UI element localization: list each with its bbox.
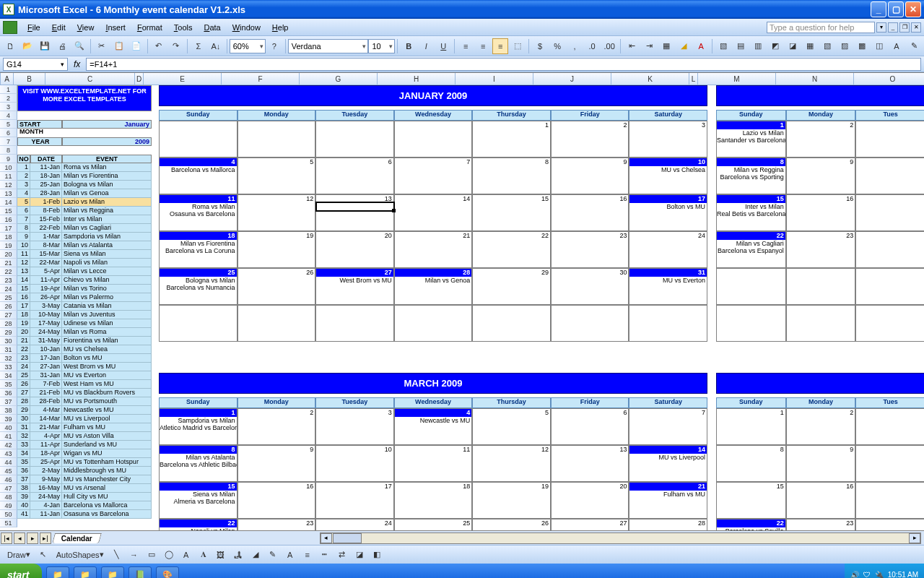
row-header[interactable]: 41	[0, 432, 17, 441]
calendar-day-cell[interactable]: 16	[551, 194, 629, 231]
new-button[interactable]: 🗋	[2, 38, 18, 54]
taskbar-item[interactable]: 📁	[101, 566, 124, 579]
calendar-day-cell[interactable]	[855, 408, 924, 445]
oval-button[interactable]: ◯	[161, 547, 177, 563]
extra-button4[interactable]: ◩	[767, 38, 783, 54]
calendar-day-cell[interactable]: 2	[786, 121, 856, 158]
row-header[interactable]: 25	[0, 293, 17, 302]
doc-close-button[interactable]: ✕	[911, 22, 921, 33]
col-header-K[interactable]: K	[611, 73, 689, 85]
calendar-day-cell[interactable]	[629, 305, 707, 342]
extra-button[interactable]: ▧	[715, 38, 731, 54]
calendar-day-cell[interactable]: 25Bologna vs MilanBarcelona vs Numancia	[159, 268, 237, 305]
calendar-day-cell[interactable]: 8	[716, 445, 786, 482]
row-header[interactable]: 9	[0, 155, 17, 163]
currency-button[interactable]: $	[532, 38, 548, 54]
calendar-day-cell[interactable]: 12	[472, 445, 551, 482]
event-row[interactable]: 2210-JanMU vs Chelsea	[17, 345, 152, 354]
calendar-day-cell[interactable]: 27	[551, 519, 629, 530]
event-row[interactable]: 325-JanBologna vs Milan	[17, 181, 152, 189]
event-row[interactable]: 715-FebInter vs Milan	[17, 215, 152, 224]
row-header[interactable]: 11	[0, 172, 17, 181]
row-header[interactable]: 28	[0, 319, 17, 328]
calendar-day-cell[interactable]: 18Milan vs FiorentinaBarcelona vs La Cor…	[159, 231, 237, 268]
fillcolor-button[interactable]: ◢	[248, 547, 263, 563]
event-row[interactable]: 2531-JanMU vs Everton	[17, 371, 152, 380]
copy-button[interactable]: 📋	[111, 38, 127, 54]
calendar-day-cell[interactable]: 8Milan vs RegginaBarcelona vs Sporting	[716, 158, 786, 194]
percent-button[interactable]: %	[549, 38, 565, 54]
calendar-day-cell[interactable]: 23	[551, 231, 629, 268]
fontcolor-button[interactable]: A	[282, 547, 298, 563]
event-row[interactable]: 1519-AprMilan vs Torino	[17, 285, 152, 293]
row-header[interactable]: 24	[0, 285, 17, 293]
row-header[interactable]: 20	[0, 250, 17, 259]
calendar-day-cell[interactable]	[237, 305, 316, 342]
increase-decimal-button[interactable]: .0	[584, 38, 600, 54]
row-header[interactable]: 44	[0, 458, 17, 467]
dashstyle-button[interactable]: ┅	[317, 547, 333, 563]
calendar-day-cell[interactable]	[237, 121, 316, 158]
indent-left-button[interactable]: ⇤	[624, 38, 640, 54]
calendar-day-cell[interactable]: 13	[551, 445, 629, 482]
close-button[interactable]: ✕	[905, 1, 921, 17]
calendar-day-cell[interactable]	[551, 305, 629, 342]
row-header[interactable]: 10	[0, 163, 17, 172]
row-header[interactable]: 36	[0, 389, 17, 397]
row-header[interactable]: 32	[0, 354, 17, 363]
event-row[interactable]: 1222-MarNapoli vs Milan	[17, 259, 152, 267]
calendar-day-cell[interactable]: 5	[472, 408, 551, 445]
calendar-day-cell[interactable]: 1Lazio vs MilanSantander vs Barcelona	[716, 121, 786, 158]
row-header[interactable]: 29	[0, 328, 17, 337]
shadow-button[interactable]: ◪	[352, 547, 367, 563]
calendar-day-cell[interactable]: 11Roma vs MilanOsasuna vs Barcelona	[159, 194, 237, 231]
event-row[interactable]: 108-MarMilan vs Atalanta	[17, 241, 152, 250]
help-search-input[interactable]	[767, 22, 875, 33]
calendar-day-cell[interactable]: 15	[472, 194, 551, 231]
event-row[interactable]: 111-JanRoma vs Milan	[17, 163, 152, 172]
calendar-day-cell[interactable]: 22Milan vs CagliariBarcelona vs Espanyol	[716, 231, 786, 268]
extra-button10[interactable]: ◫	[871, 38, 887, 54]
event-row[interactable]: 1810-MayMilan vs Juventus	[17, 311, 152, 319]
row-header[interactable]: 22	[0, 267, 17, 276]
select-objects-button[interactable]: ↖	[35, 547, 51, 563]
calendar-day-cell[interactable]	[315, 121, 394, 158]
tray-icon[interactable]: 🛡	[863, 571, 871, 578]
start-button[interactable]: start	[0, 564, 42, 578]
calendar-day-cell[interactable]	[315, 305, 394, 342]
row-header[interactable]: 45	[0, 467, 17, 475]
event-row[interactable]: 3924-MayHull City vs MU	[17, 493, 152, 501]
calendar-day-cell[interactable]: 5	[237, 158, 316, 194]
event-row[interactable]: 3311-AprSunderland vs MU	[17, 441, 152, 449]
menu-help[interactable]: Help	[266, 21, 295, 34]
calendar-day-cell[interactable]	[855, 445, 924, 482]
preview-button[interactable]: 🔍	[71, 38, 87, 54]
draw-menu[interactable]: Draw ▾	[4, 547, 34, 563]
calendar-day-cell[interactable]: 10MU vs Chelsea	[629, 158, 707, 194]
col-header-D[interactable]: D	[135, 73, 144, 85]
menu-file[interactable]: File	[22, 21, 46, 34]
row-header[interactable]: 19	[0, 241, 17, 250]
col-header-G[interactable]: G	[300, 73, 378, 85]
calendar-day-cell[interactable]: 22Barcelona vs Sevilla	[716, 519, 786, 530]
calendar-day-cell[interactable]: 23	[786, 231, 856, 268]
autosum-button[interactable]: Σ	[191, 38, 206, 54]
event-row[interactable]: 2024-MayMilan vs Roma	[17, 328, 152, 337]
font-name-combo[interactable]: Verdana	[288, 39, 369, 53]
calendar-day-cell[interactable]: 28	[629, 519, 707, 530]
calendar-day-cell[interactable]: 21	[394, 231, 473, 268]
font-color-button[interactable]: A	[693, 38, 709, 54]
calendar-day-cell[interactable]	[394, 121, 473, 158]
calendar-day-cell[interactable]: 15Siena vs MilanAlmeria vs Barcelona	[159, 482, 237, 519]
event-row[interactable]: 218-JanMilan vs Fiorentina	[17, 172, 152, 181]
row-header[interactable]: 14	[0, 198, 17, 207]
calendar-day-cell[interactable]: 17	[315, 482, 394, 519]
tray-icon[interactable]: 🔌	[875, 571, 884, 578]
col-header-J[interactable]: J	[533, 73, 611, 85]
event-row[interactable]: 1115-MarSiena vs Milan	[17, 250, 152, 259]
row-header[interactable]: 39	[0, 415, 17, 423]
calendar-day-cell[interactable]	[855, 482, 924, 519]
calendar-day-cell[interactable]: 19	[472, 482, 551, 519]
help-dropdown-button[interactable]: ▾	[876, 22, 886, 33]
calendar-day-cell[interactable]	[159, 121, 237, 158]
